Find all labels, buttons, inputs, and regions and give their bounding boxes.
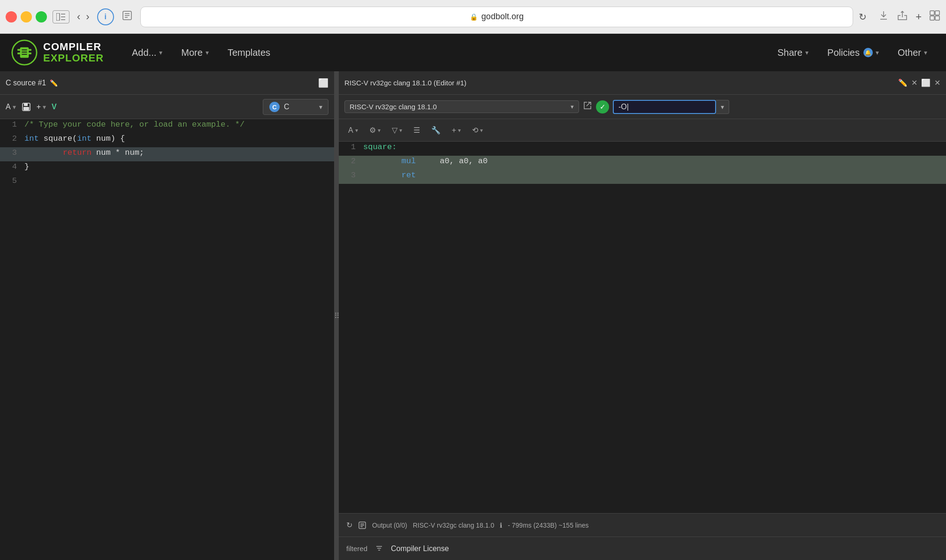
share-dropdown-arrow: ▾ [805, 49, 809, 56]
language-selector[interactable]: C C ▾ [263, 99, 328, 115]
source-tab-label: C source #1 [6, 79, 46, 87]
browser-chrome: ‹ › i 🔒 godbolt.org ↻ + [0, 0, 946, 34]
compiler-edit-icon[interactable]: ✏️ [898, 78, 908, 87]
new-tab-button[interactable]: + [915, 11, 922, 23]
other-button[interactable]: Other ▾ [890, 44, 935, 62]
logo-bottom: EXPLORER [43, 53, 104, 64]
compiler-close-icon[interactable]: ✕ [911, 78, 917, 87]
code-line-5: 5 [0, 175, 334, 189]
save-button[interactable] [22, 102, 31, 112]
code-line-2: 2 int square(int num) { [0, 133, 334, 147]
line-number-5: 5 [0, 175, 24, 185]
add-output-arrow: ▾ [458, 127, 461, 134]
font-size-button[interactable]: A ▾ [6, 103, 16, 111]
options-container: -O| ▾ [613, 100, 729, 114]
output-info-icon[interactable]: ℹ [500, 522, 502, 529]
compiler-maximize-icon[interactable]: ⬜ [921, 78, 931, 87]
reader-mode-button[interactable] [120, 8, 135, 25]
line-content-5 [24, 175, 334, 176]
compiler-name-label: RISC-V rv32gc clang 18.1.0 [350, 103, 437, 111]
traffic-lights [6, 11, 47, 23]
line-content-3: return num * num; [24, 147, 334, 157]
code-editor[interactable]: 1 /* Type your code here, or load an exa… [0, 119, 334, 560]
assembly-output[interactable]: 1 square: 2 mul a0, a0, a0 3 ret [339, 142, 946, 513]
compiler-selector[interactable]: RISC-V rv32gc clang 18.1.0 ▾ [344, 100, 579, 113]
svg-rect-0 [56, 13, 60, 21]
compiler-tab-label: RISC-V rv32gc clang 18.1.0 (Editor #1) [344, 79, 894, 87]
share-button[interactable]: Share ▾ [770, 44, 816, 62]
output-label: Output (0/0) [372, 522, 407, 529]
share-browser-button[interactable] [897, 10, 908, 24]
download-button[interactable] [878, 10, 889, 24]
fullscreen-traffic-light[interactable] [36, 11, 47, 23]
more-menu-button[interactable]: More ▾ [172, 44, 218, 62]
source-tab[interactable]: C source #1 ✏️ [6, 79, 58, 87]
templates-label: Templates [228, 47, 270, 58]
nav-arrows: ‹ › [75, 9, 92, 25]
address-bar[interactable]: 🔒 godbolt.org [140, 7, 853, 27]
logo-text: COMPILER EXPLORER [43, 41, 104, 64]
templates-menu-button[interactable]: Templates [218, 44, 280, 62]
vim-icon: V [52, 103, 57, 111]
tab-overview-button[interactable] [929, 10, 940, 24]
output-footer: ↻ Output (0/0) RISC-V rv32gc clang 18.1.… [339, 513, 946, 537]
filtered-label: filtered [346, 545, 367, 552]
transform-arrow: ▾ [480, 127, 483, 134]
svg-rect-23 [23, 107, 29, 110]
code-lines: 1 /* Type your code here, or load an exa… [0, 119, 334, 189]
settings-button[interactable]: ⚙ ▾ [366, 124, 384, 136]
transform-button[interactable]: ⟲ ▾ [468, 124, 487, 136]
add-button[interactable]: + ▾ [37, 103, 46, 111]
vim-button[interactable]: V [52, 103, 57, 111]
add-icon: + [37, 103, 41, 111]
add-menu-button[interactable]: Add... ▾ [122, 44, 172, 62]
output-list-icon [358, 521, 366, 530]
other-dropdown-arrow: ▾ [924, 49, 927, 56]
line-content-1: /* Type your code here, or load an examp… [24, 119, 334, 129]
compiler-tab-icons: ✏️ ✕ ⬜ ✕ [898, 78, 940, 87]
add-output-button[interactable]: + ▾ [448, 124, 465, 136]
sidebar-toggle-icon[interactable] [53, 10, 69, 23]
compiler-window-close-icon[interactable]: ✕ [934, 78, 940, 87]
add-label: Add... [132, 47, 156, 58]
svg-rect-8 [930, 11, 934, 15]
info-button[interactable]: i [97, 8, 114, 25]
policies-dropdown-arrow: ▾ [876, 49, 879, 56]
options-dropdown-button[interactable]: ▾ [716, 100, 729, 114]
line-number-1: 1 [0, 119, 24, 129]
list-button[interactable]: ☰ [410, 124, 424, 136]
policies-label: Policies [827, 47, 860, 58]
forward-button[interactable]: › [84, 9, 91, 25]
filter-button[interactable]: ▽ ▾ [388, 124, 406, 136]
url-text: godbolt.org [481, 12, 524, 22]
refresh-output-button[interactable]: ↻ [346, 521, 352, 530]
asm-line-number-3: 3 [339, 170, 363, 180]
open-external-button[interactable] [583, 101, 592, 113]
drag-handle[interactable]: ⠿ [335, 71, 339, 560]
close-traffic-light[interactable] [6, 11, 17, 23]
output-bottom-bar: filtered Compiler License [339, 537, 946, 560]
code-line-3: 3 return num * num; [0, 147, 334, 161]
svg-rect-17 [28, 53, 31, 54]
source-panel-header: C source #1 ✏️ ⬜ [0, 71, 334, 95]
asm-line-number-1: 1 [339, 142, 363, 151]
policies-button[interactable]: Policies 🔔 ▾ [820, 44, 886, 62]
maximize-button[interactable]: ⬜ [318, 78, 328, 88]
editor-toolbar: A ▾ + ▾ V C [0, 95, 334, 119]
wrench-button[interactable]: 🔧 [427, 124, 444, 136]
nav-right-buttons: Share ▾ Policies 🔔 ▾ Other ▾ [770, 44, 935, 62]
language-label: C [284, 103, 290, 111]
back-button[interactable]: ‹ [75, 9, 82, 25]
options-input[interactable]: -O| [613, 100, 716, 114]
compiler-output-toolbar: A ▾ ⚙ ▾ ▽ ▾ ☰ 🔧 + ▾ ⟲ ▾ [339, 119, 946, 142]
add-dropdown-arrow: ▾ [159, 49, 162, 56]
save-icon [22, 102, 31, 112]
svg-rect-15 [17, 53, 21, 54]
more-dropdown-arrow: ▾ [206, 49, 209, 56]
logo-top: COMPILER [43, 41, 104, 53]
font-size-output-button[interactable]: A ▾ [344, 124, 362, 136]
tab-edit-icon[interactable]: ✏️ [50, 79, 58, 87]
minimize-traffic-light[interactable] [21, 11, 32, 23]
app-navbar: COMPILER EXPLORER Add... ▾ More ▾ Templa… [0, 34, 946, 71]
reload-button[interactable]: ↻ [859, 11, 867, 23]
